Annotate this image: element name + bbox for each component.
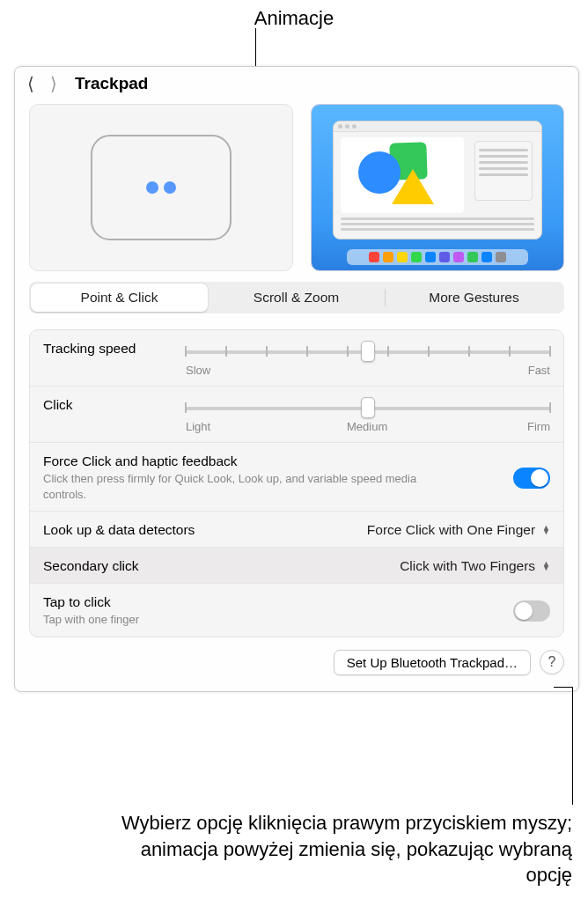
callout-line-top (255, 28, 256, 69)
trackpad-settings-window: ⟨ ⟩ Trackpad (14, 66, 579, 692)
force-click-label: Force Click and haptic feedback (43, 453, 430, 469)
setup-bluetooth-button[interactable]: Set Up Bluetooth Trackpad… (334, 650, 531, 675)
dock-app-icon (369, 252, 379, 262)
secondary-click-row: Secondary click Click with Two Fingers ▲… (30, 548, 563, 584)
chevron-up-down-icon: ▲▼ (542, 526, 550, 534)
chevron-up-down-icon: ▲▼ (542, 562, 550, 571)
forward-button[interactable]: ⟩ (50, 75, 57, 92)
slider-max-label: Firm (527, 420, 550, 433)
slider-min-label: Slow (186, 364, 210, 377)
back-button[interactable]: ⟨ (27, 75, 34, 92)
dock (347, 249, 528, 265)
callout-line-bottom (554, 687, 573, 688)
tab-point-and-click[interactable]: Point & Click (31, 284, 208, 312)
desktop-preview (311, 104, 564, 271)
trackpad-animation-preview (29, 104, 293, 271)
callout-animations-label: Animacje (0, 7, 588, 30)
tracking-speed-label: Tracking speed (43, 341, 166, 357)
click-strength-row: Click Light Medium Firm (30, 387, 563, 443)
desktop-canvas (341, 137, 464, 213)
lookup-label: Look up & data detectors (43, 522, 195, 538)
force-click-row: Force Click and haptic feedback Click th… (30, 443, 563, 512)
dock-app-icon (411, 252, 422, 262)
callout-secondary-click-label: Wybierz opcję kliknięcia prawym przycisk… (121, 810, 572, 888)
tap-to-click-row: Tap to click Tap with one finger (30, 584, 563, 637)
dock-app-icon (496, 252, 506, 262)
dock-app-icon (439, 252, 450, 262)
tap-to-click-toggle[interactable] (513, 600, 550, 622)
force-click-toggle[interactable] (513, 468, 550, 489)
lookup-popup[interactable]: Force Click with One Finger ▲▼ (367, 522, 550, 538)
nav-arrows: ⟨ ⟩ (27, 75, 57, 92)
window-titlebar: ⟨ ⟩ Trackpad (15, 67, 578, 102)
settings-group: Tracking speed Slow Fast Click Light (29, 329, 564, 637)
click-strength-label: Click (43, 397, 166, 413)
lookup-row: Look up & data detectors Force Click wit… (30, 512, 563, 548)
dock-app-icon (467, 252, 478, 262)
dock-app-icon (453, 252, 464, 262)
tab-scroll-and-zoom[interactable]: Scroll & Zoom (208, 284, 385, 312)
yellow-triangle-icon (392, 169, 434, 204)
finger-dot-icon (146, 181, 158, 194)
context-menu-icon (474, 141, 533, 201)
force-click-description: Click then press firmly for Quick Look, … (43, 471, 430, 502)
tap-to-click-description: Tap with one finger (43, 612, 139, 628)
dock-app-icon (481, 252, 492, 262)
lookup-value: Force Click with One Finger (367, 522, 535, 538)
preview-row (15, 104, 578, 271)
help-button[interactable]: ? (540, 650, 564, 674)
secondary-click-value: Click with Two Fingers (400, 558, 535, 574)
tab-more-gestures[interactable]: More Gestures (386, 284, 562, 312)
slider-min-label: Light (186, 420, 210, 433)
trackpad-shape (91, 135, 232, 240)
tracking-speed-row: Tracking speed Slow Fast (30, 330, 563, 387)
tab-bar: Point & Click Scroll & Zoom More Gesture… (29, 282, 564, 313)
secondary-click-popup[interactable]: Click with Two Fingers ▲▼ (400, 558, 550, 574)
slider-max-label: Fast (528, 364, 550, 377)
slider-mid-label: Medium (347, 420, 387, 433)
desktop-window (333, 121, 542, 239)
dock-app-icon (383, 252, 393, 262)
dock-app-icon (397, 252, 408, 262)
page-title: Trackpad (75, 74, 148, 93)
dock-app-icon (425, 252, 436, 262)
click-strength-slider[interactable] (186, 399, 550, 418)
secondary-click-label: Secondary click (43, 558, 139, 574)
tracking-speed-slider[interactable] (186, 343, 550, 362)
tap-to-click-label: Tap to click (43, 594, 139, 610)
finger-dot-icon (164, 181, 176, 194)
bottom-button-row: Set Up Bluetooth Trackpad… ? (15, 637, 578, 675)
